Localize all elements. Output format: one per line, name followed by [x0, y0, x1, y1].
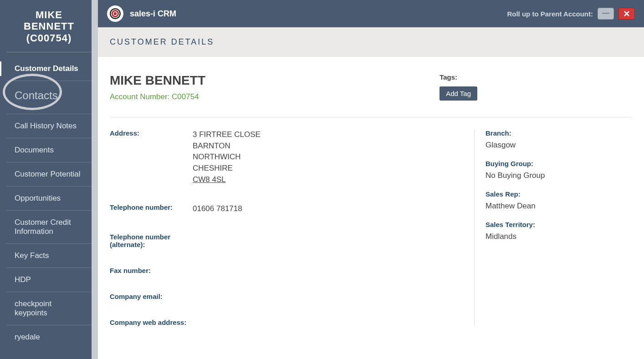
- customer-heading: MIKE BENNETT Account Number: C00754: [110, 73, 205, 101]
- account-number: Account Number: C00754: [110, 92, 205, 101]
- tags-block: Tags: Add Tag: [440, 73, 632, 101]
- address-postal: CW8 4SL: [193, 174, 261, 186]
- address-line-4: CHESHIRE: [193, 163, 261, 174]
- topbar-right: Roll up to Parent Account:: [507, 8, 635, 20]
- value-branch: Glasgow: [486, 141, 632, 150]
- field-web: Company web address:: [110, 319, 474, 326]
- brand-logo-wrap: [107, 5, 123, 22]
- field-email: Company email:: [110, 293, 474, 300]
- main-panel: sales-i CRM Roll up to Parent Account: C…: [98, 0, 644, 359]
- sidebar-scrollbar[interactable]: [92, 0, 98, 359]
- sidebar-item-label: Call History Notes: [15, 121, 77, 130]
- sidebar-item-ryedale[interactable]: ryedale: [6, 325, 92, 349]
- field-label-address: Address:: [110, 129, 193, 185]
- field-value-phone: 01606 781718: [193, 203, 242, 215]
- close-icon: [624, 10, 630, 17]
- sidebar-item-label: Contacts: [15, 89, 58, 101]
- field-label-fax: Fax number:: [110, 267, 193, 274]
- close-button[interactable]: [618, 8, 635, 20]
- rollup-toggle[interactable]: [598, 8, 614, 20]
- details-grid: Address: 3 FIRTREE CLOSE BARNTON NORTHWI…: [110, 129, 632, 326]
- field-fax: Fax number:: [110, 267, 474, 274]
- customer-name: MIKE BENNETT: [110, 73, 205, 88]
- sidebar: MIKE BENNETT (C00754) Customer Details C…: [0, 0, 98, 359]
- sidebar-item-label: Customer Credit Information: [15, 218, 71, 236]
- details-right-column: Branch: Glasgow Buying Group: No Buying …: [474, 129, 632, 326]
- label-territory: Sales Territory:: [486, 221, 632, 228]
- sidebar-nav: Customer Details Contacts Call History N…: [0, 52, 98, 349]
- sidebar-item-label: ryedale: [15, 333, 40, 341]
- content: MIKE BENNETT Account Number: C00754 Tags…: [98, 57, 644, 332]
- field-phone: Telephone number: 01606 781718: [110, 203, 474, 215]
- field-label-phone: Telephone number:: [110, 203, 193, 215]
- field-sales-rep: Sales Rep: Matthew Dean: [486, 190, 632, 211]
- sidebar-item-hdp[interactable]: HDP: [6, 268, 92, 292]
- field-label-phone-alt: Telephone number (alternate):: [110, 233, 193, 248]
- sidebar-item-customer-potential[interactable]: Customer Potential: [6, 162, 92, 187]
- address-line-2: BARNTON: [193, 141, 261, 152]
- field-address: Address: 3 FIRTREE CLOSE BARNTON NORTHWI…: [110, 129, 474, 185]
- sidebar-item-label: Opportunities: [15, 194, 61, 202]
- field-value-address: 3 FIRTREE CLOSE BARNTON NORTHWICH CHESHI…: [193, 129, 261, 185]
- sidebar-item-call-history[interactable]: Call History Notes: [6, 114, 92, 138]
- label-sales-rep: Sales Rep:: [486, 190, 632, 198]
- sidebar-item-label: checkpoint keypoints: [15, 299, 51, 317]
- title-line-2: BENNETT: [11, 20, 87, 32]
- app-title: sales-i CRM: [130, 9, 176, 19]
- field-phone-alt: Telephone number (alternate):: [110, 233, 474, 248]
- sidebar-item-documents[interactable]: Documents: [6, 138, 92, 162]
- section-heading: CUSTOMER DETAILS: [98, 27, 644, 57]
- add-tag-button[interactable]: Add Tag: [440, 86, 477, 101]
- sidebar-customer-title: MIKE BENNETT (C00754): [6, 0, 92, 52]
- sidebar-item-credit-info[interactable]: Customer Credit Information: [6, 211, 92, 244]
- address-line-3: NORTHWICH: [193, 152, 261, 163]
- sidebar-item-label: Customer Details: [15, 64, 78, 73]
- field-branch: Branch: Glasgow: [486, 129, 632, 150]
- sidebar-item-checkpoint[interactable]: checkpoint keypoints: [6, 292, 92, 325]
- title-line-1: MIKE: [11, 9, 87, 20]
- address-line-1: 3 FIRTREE CLOSE: [193, 129, 261, 141]
- title-line-3: (C00754): [11, 32, 87, 44]
- details-left-column: Address: 3 FIRTREE CLOSE BARNTON NORTHWI…: [110, 129, 474, 326]
- divider: [110, 117, 632, 117]
- svg-point-4: [114, 12, 117, 15]
- sidebar-item-key-facts[interactable]: Key Facts: [6, 244, 92, 268]
- sidebar-item-label: HDP: [15, 275, 31, 284]
- label-buying-group: Buying Group:: [486, 160, 632, 167]
- value-territory: Midlands: [486, 232, 632, 241]
- value-sales-rep: Matthew Dean: [486, 202, 632, 211]
- sidebar-item-label: Customer Potential: [15, 170, 81, 178]
- field-label-web: Company web address:: [110, 319, 193, 326]
- field-territory: Sales Territory: Midlands: [486, 221, 632, 241]
- label-branch: Branch:: [486, 129, 632, 137]
- value-buying-group: No Buying Group: [486, 171, 632, 180]
- rollup-label: Roll up to Parent Account:: [507, 10, 593, 18]
- field-buying-group: Buying Group: No Buying Group: [486, 160, 632, 180]
- sidebar-item-contacts[interactable]: Contacts: [6, 81, 92, 114]
- tags-label: Tags:: [440, 73, 477, 81]
- sidebar-item-opportunities[interactable]: Opportunities: [6, 187, 92, 211]
- field-label-email: Company email:: [110, 293, 193, 300]
- sidebar-item-label: Documents: [15, 146, 54, 154]
- topbar: sales-i CRM Roll up to Parent Account:: [98, 0, 644, 27]
- sidebar-item-customer-details[interactable]: Customer Details: [6, 57, 92, 81]
- customer-header-row: MIKE BENNETT Account Number: C00754 Tags…: [110, 73, 632, 101]
- sidebar-item-label: Key Facts: [15, 251, 49, 260]
- target-icon: [109, 8, 121, 20]
